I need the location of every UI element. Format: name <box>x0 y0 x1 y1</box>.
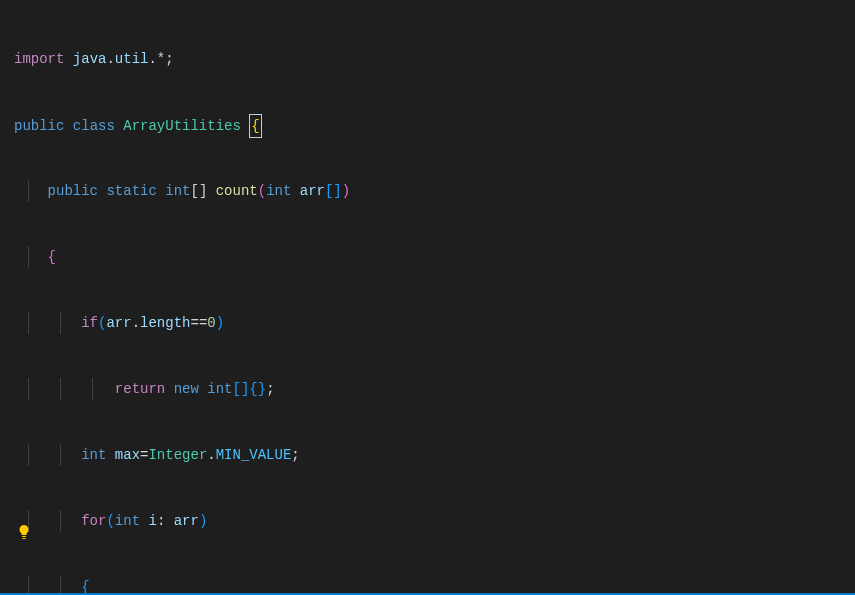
var-arr: arr <box>106 315 131 331</box>
code-line[interactable]: { <box>14 246 855 268</box>
keyword-for: for <box>81 513 106 529</box>
cursor-brace: { <box>249 114 261 138</box>
code-line[interactable]: if(arr.length==0) <box>14 312 855 334</box>
lightbulb-svg <box>16 524 32 540</box>
pkg-util: util <box>115 51 149 67</box>
param-arr: arr <box>300 183 325 199</box>
type-int: int <box>165 183 190 199</box>
lightbulb-icon[interactable] <box>16 524 32 547</box>
keyword-if: if <box>81 315 98 331</box>
keyword-new: new <box>174 381 199 397</box>
var-i: i <box>148 513 156 529</box>
pkg-java: java <box>73 51 107 67</box>
keyword-return: return <box>115 381 165 397</box>
code-line[interactable]: public class ArrayUtilities { <box>14 114 855 136</box>
code-editor[interactable]: import java.util.*; public class ArrayUt… <box>0 0 855 595</box>
keyword-public: public <box>48 183 98 199</box>
type-int: int <box>207 381 232 397</box>
code-line[interactable]: for(int i: arr) <box>14 510 855 532</box>
type-int: int <box>81 447 106 463</box>
keyword-class: class <box>73 118 115 134</box>
wildcard: * <box>157 51 165 67</box>
code-line[interactable]: int max=Integer.MIN_VALUE; <box>14 444 855 466</box>
fn-count: count <box>216 183 258 199</box>
const-minvalue: MIN_VALUE <box>216 447 292 463</box>
prop-length: length <box>140 315 190 331</box>
var-max: max <box>115 447 140 463</box>
literal-zero: 0 <box>207 315 215 331</box>
type-integer: Integer <box>148 447 207 463</box>
keyword-import: import <box>14 51 64 67</box>
type-int: int <box>266 183 291 199</box>
class-name: ArrayUtilities <box>123 118 241 134</box>
var-arr: arr <box>174 513 199 529</box>
type-int: int <box>115 513 140 529</box>
keyword-static: static <box>106 183 156 199</box>
code-line[interactable]: import java.util.*; <box>14 48 855 70</box>
code-line[interactable]: return new int[]{}; <box>14 378 855 400</box>
keyword-public: public <box>14 118 64 134</box>
code-line[interactable]: public static int[] count(int arr[]) <box>14 180 855 202</box>
